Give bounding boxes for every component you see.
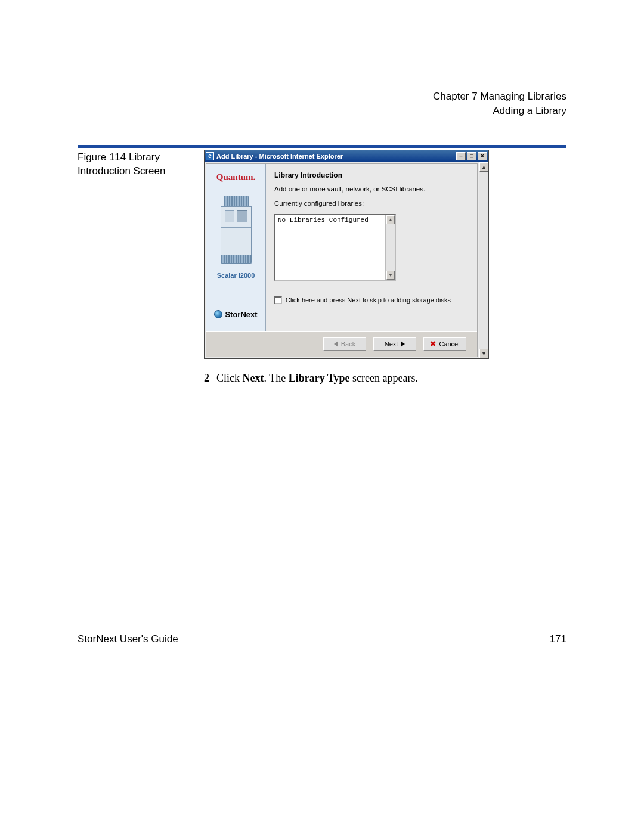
stornext-brand: StorNext <box>214 310 257 325</box>
footer-left: StorNext User's Guide <box>78 633 178 645</box>
chapter-line: Chapter 7 Managing Libraries <box>78 89 566 104</box>
minimize-button[interactable]: – <box>456 152 466 160</box>
configured-libraries-listbox[interactable]: No Libraries Configured <box>274 214 386 281</box>
scroll-up-icon[interactable]: ▲ <box>479 162 488 172</box>
cancel-label: Cancel <box>439 340 459 348</box>
wizard-heading: Library Introduction <box>274 171 469 179</box>
footer-page-number: 171 <box>550 633 566 645</box>
listbox-item: No Libraries Configured <box>278 216 369 224</box>
step-number: 2 <box>204 372 209 385</box>
next-arrow-icon <box>401 341 405 347</box>
globe-icon <box>214 310 222 318</box>
scroll-down-icon[interactable]: ▼ <box>479 349 488 358</box>
window-titlebar: e Add Library - Microsoft Internet Explo… <box>205 150 488 162</box>
page-footer: StorNext User's Guide 171 <box>78 633 566 645</box>
next-label: Next <box>385 340 398 348</box>
listbox-scrollbar[interactable]: ▲ ▼ <box>386 214 396 281</box>
back-arrow-icon <box>334 341 338 347</box>
figure-caption: Figure 114 Library Introduction Screen <box>78 150 204 178</box>
page-header: Chapter 7 Managing Libraries Adding a Li… <box>78 89 566 118</box>
scroll-down-icon[interactable]: ▼ <box>386 271 395 280</box>
wizard-intro: Add one or more vault, network, or SCSI … <box>274 185 469 193</box>
header-rule <box>78 145 566 148</box>
wizard-button-bar: Back Next ✖ Cancel <box>206 331 477 357</box>
scroll-up-icon[interactable]: ▲ <box>386 215 395 224</box>
skip-checkbox[interactable] <box>274 296 282 304</box>
instruction-step: 2 Click Next. The Library Type screen ap… <box>204 372 566 385</box>
next-button[interactable]: Next <box>373 337 416 351</box>
device-illustration <box>221 196 252 266</box>
maximize-button[interactable]: □ <box>467 152 476 160</box>
configured-label: Currently configured libraries: <box>274 200 469 207</box>
back-label: Back <box>341 340 355 348</box>
cancel-x-icon: ✖ <box>430 340 436 348</box>
window-title: Add Library - Microsoft Internet Explore… <box>216 153 456 160</box>
ie-icon: e <box>206 152 214 160</box>
add-library-window: e Add Library - Microsoft Internet Explo… <box>204 150 489 359</box>
skip-label: Click here and press Next to skip to add… <box>286 296 451 304</box>
close-button[interactable]: × <box>478 152 487 160</box>
cancel-button[interactable]: ✖ Cancel <box>423 337 466 351</box>
back-button: Back <box>323 337 366 351</box>
stornext-label: StorNext <box>225 310 257 319</box>
device-label: Scalar i2000 <box>217 272 255 279</box>
wizard-main: Library Introduction Add one or more vau… <box>266 164 477 331</box>
section-line: Adding a Library <box>78 104 566 118</box>
window-scrollbar[interactable]: ▲ ▼ <box>479 162 488 358</box>
quantum-logo: Quantum. <box>216 172 255 182</box>
wizard-sidebar: Quantum. Scalar i2000 <box>206 164 266 331</box>
step-text: Click Next. The Library Type screen appe… <box>216 372 418 385</box>
